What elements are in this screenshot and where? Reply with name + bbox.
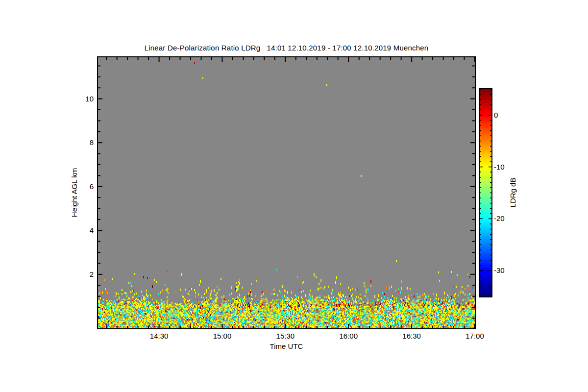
y-tick-label: 6 [69,182,94,191]
x-tick-label: 15:30 [266,332,305,340]
y-axis-label: Height AGL km [70,153,79,232]
y-tick-label: 10 [69,95,94,103]
x-tick-label: 16:30 [392,332,431,340]
colorbar [479,88,492,297]
x-tick-label: 15:00 [202,332,242,340]
y-tick-label: 8 [69,138,94,147]
heatmap-canvas [98,57,475,328]
chart-title: Linear De-Polarization Ratio LDRg 14:01 … [98,44,475,52]
colorbar-label: LDRg dB [509,163,517,222]
colorbar-tick-label: 0 [494,111,515,120]
colorbar-tick-label: -20 [494,214,515,223]
colorbar-tick-label: -10 [494,163,515,172]
plot-area [97,56,476,329]
x-tick-label: 17:00 [455,332,494,340]
x-tick-label: 16:00 [329,332,368,340]
colorbar-gradient [480,89,491,296]
colorbar-tick-label: -30 [494,266,515,275]
y-tick-label: 2 [69,270,94,279]
x-axis-label: Time UTC [98,342,475,350]
figure: Linear De-Polarization Ratio LDRg 14:01 … [0,0,588,392]
y-tick-label: 4 [69,226,94,235]
x-tick-label: 14:30 [140,332,179,340]
